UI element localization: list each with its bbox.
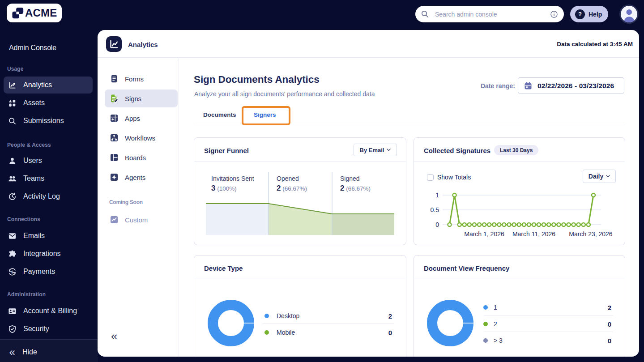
svg-text:0: 0: [435, 221, 439, 228]
svg-text:0.5: 0.5: [431, 206, 439, 213]
svg-text:March 1, 2026: March 1, 2026: [464, 230, 504, 238]
svg-text:March 23, 2026: March 23, 2026: [569, 230, 612, 238]
svg-text:1: 1: [435, 192, 439, 199]
svg-text:March 11, 2026: March 11, 2026: [512, 230, 555, 238]
svg-text:$: $: [11, 269, 13, 274]
